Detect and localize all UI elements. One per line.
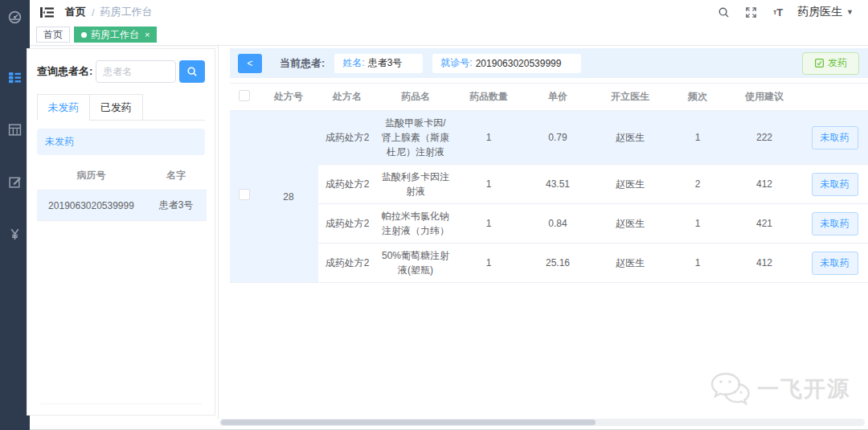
freq-cell: 1: [667, 111, 728, 165]
name-value: 患者3号: [368, 56, 403, 70]
action-cell: 未取药: [800, 204, 868, 244]
column-action: [800, 84, 868, 111]
top-navbar: 首页 / 药房工作台 тT 药房医生 ▼: [30, 0, 868, 24]
dispense-icon: [814, 58, 825, 68]
row-checkbox[interactable]: [239, 189, 250, 200]
freq-cell: 1: [667, 204, 728, 244]
advice-cell: 412: [728, 165, 800, 204]
qty-cell: 1: [455, 165, 522, 204]
table-row: 28 成药处方2 盐酸甲哌卡因/肾上腺素（斯康杜尼）注射液 1 0.79 赵医生…: [230, 111, 868, 165]
font-size-icon[interactable]: тT: [770, 4, 786, 20]
not-dispensed-alert: 未发药: [37, 129, 205, 155]
patient-search-card: 查询患者名: 未发药 已发药 未发药 病历号 名字 20190630205399…: [27, 48, 215, 416]
qty-cell: 1: [455, 111, 522, 165]
card-footer-divider: [40, 403, 202, 404]
qty-cell: 1: [455, 204, 522, 244]
prescription-panel: < 当前患者: 姓名: 患者3号 就诊号: 2019063020539999 发…: [218, 46, 868, 419]
column-rx-no: 处方号: [259, 84, 318, 111]
drug-name-cell: 帕拉米韦氯化钠注射液（力纬）: [376, 204, 455, 244]
price-cell: 43.51: [522, 165, 593, 204]
rx-no-cell: 28: [259, 111, 318, 283]
pharmacy-menu-icon[interactable]: [0, 67, 30, 88]
fullscreen-icon[interactable]: [743, 4, 759, 20]
patient-search-label: 查询患者名:: [37, 64, 92, 79]
freq-cell: 2: [667, 165, 728, 204]
tab-not-dispensed[interactable]: 未发药: [37, 94, 90, 120]
prescription-table: 处方号 处方名 药品名 药品数量 单价 开立医生 频次 使用建议 28 成药处方…: [230, 83, 868, 283]
dashboard-icon[interactable]: [0, 6, 30, 27]
current-patient-toolbar: < 当前患者: 姓名: 患者3号 就诊号: 2019063020539999 发…: [230, 48, 868, 78]
drug-name-cell: 盐酸利多卡因注射液: [376, 165, 455, 204]
column-doctor: 开立医生: [593, 84, 667, 111]
patient-list-table: 病历号 名字 2019063020539999 患者3号: [37, 162, 207, 221]
user-name: 药房医生: [797, 5, 842, 19]
visit-label: 就诊号:: [440, 56, 472, 70]
dispense-button[interactable]: 发药: [802, 52, 859, 75]
watermark: 一飞开源: [709, 371, 850, 407]
not-collected-button[interactable]: 未取药: [812, 173, 858, 196]
app-root: 首页 / 药房工作台 тT 药房医生 ▼ 首页 药房工作台 ×: [0, 0, 868, 430]
action-cell: 未取药: [800, 165, 868, 204]
column-usage-advice: 使用建议: [728, 84, 800, 111]
search-icon[interactable]: [715, 4, 731, 20]
doctor-cell: 赵医生: [593, 165, 667, 204]
patient-name[interactable]: 患者3号: [145, 190, 207, 221]
navbar-tools: тT 药房医生 ▼: [715, 4, 868, 20]
column-unit-price: 单价: [522, 84, 593, 111]
table-row: 成药处方2 帕拉米韦氯化钠注射液（力纬） 1 0.84 赵医生 1 421 未取…: [230, 204, 868, 244]
watermark-text: 一飞开源: [757, 375, 850, 403]
table-module-icon[interactable]: [0, 119, 30, 140]
patient-row[interactable]: 2019063020539999 患者3号: [37, 190, 207, 221]
tab-dispensed[interactable]: 已发药: [90, 94, 143, 120]
current-patient-label: 当前患者:: [280, 56, 325, 71]
column-rx-name: 处方名: [318, 84, 376, 111]
collapse-menu-icon[interactable]: [38, 3, 55, 21]
tag-pharmacy-workbench[interactable]: 药房工作台 ×: [74, 27, 157, 43]
doctor-cell: 赵医生: [593, 111, 667, 165]
search-icon: [186, 66, 198, 77]
user-dropdown[interactable]: 药房医生 ▼: [797, 5, 854, 19]
tag-label: 药房工作台: [91, 28, 139, 42]
patient-search-row: 查询患者名:: [37, 60, 205, 83]
money-icon[interactable]: [0, 223, 30, 244]
chevron-down-icon: ▼: [846, 8, 854, 16]
not-collected-button[interactable]: 未取药: [812, 212, 858, 235]
not-collected-button[interactable]: 未取药: [812, 126, 858, 149]
doctor-cell: 赵医生: [593, 244, 667, 283]
form-edit-icon[interactable]: [0, 171, 30, 192]
advice-cell: 412: [728, 244, 800, 283]
column-drug-name: 药品名: [376, 84, 455, 111]
drug-name-cell: 50%葡萄糖注射液(塑瓶): [376, 244, 455, 283]
rx-name-cell: 成药处方2: [318, 111, 376, 165]
breadcrumb-home[interactable]: 首页: [65, 5, 86, 19]
visit-value: 2019063020539999: [476, 58, 562, 69]
action-cell: 未取药: [800, 244, 868, 283]
advice-cell: 222: [728, 111, 800, 165]
advice-cell: 421: [728, 204, 800, 244]
patient-name-input[interactable]: [96, 60, 176, 83]
dispense-status-tabs: 未发药 已发药: [37, 94, 205, 121]
dispense-label: 发药: [828, 56, 847, 70]
sidebar: [0, 0, 30, 430]
doctor-cell: 赵医生: [593, 204, 667, 244]
tag-home[interactable]: 首页: [36, 27, 70, 43]
rx-name-cell: 成药处方2: [318, 244, 376, 283]
select-all-checkbox[interactable]: [239, 90, 250, 101]
rx-name-cell: 成药处方2: [318, 204, 376, 244]
chat-bubbles-logo-icon: [709, 371, 751, 407]
not-collected-button[interactable]: 未取药: [812, 252, 858, 275]
column-drug-qty: 药品数量: [455, 84, 522, 111]
tag-active-dot: [81, 32, 87, 38]
breadcrumb-separator: /: [92, 6, 95, 18]
back-button[interactable]: <: [238, 54, 262, 73]
qty-cell: 1: [455, 244, 522, 283]
patient-record-no[interactable]: 2019063020539999: [37, 190, 145, 221]
scrollbar-thumb[interactable]: [221, 420, 596, 425]
table-row: 成药处方2 50%葡萄糖注射液(塑瓶) 1 25.16 赵医生 1 412 未取…: [230, 244, 868, 283]
price-cell: 0.79: [522, 111, 593, 165]
tag-close-icon[interactable]: ×: [145, 30, 149, 39]
patient-search-button[interactable]: [179, 60, 205, 83]
row-checkbox-cell: [230, 111, 259, 283]
rx-name-cell: 成药处方2: [318, 165, 376, 204]
horizontal-scrollbar[interactable]: [219, 419, 865, 426]
